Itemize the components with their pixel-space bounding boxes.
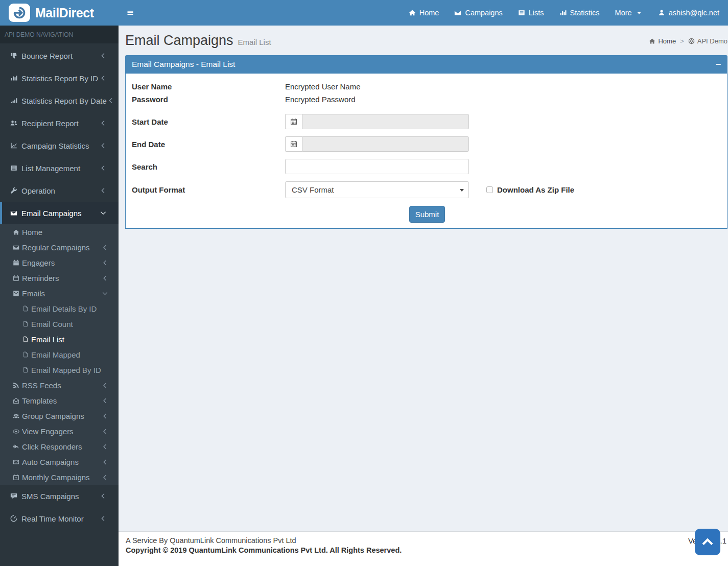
footer-copyright-line: Copyright © 2019 QuantumLink Communicati… — [126, 546, 728, 554]
envelope-open-icon — [12, 397, 20, 404]
sidebar-item-real-time-monitor[interactable]: Real Time Monitor — [0, 507, 119, 530]
chevron-left-icon — [101, 382, 109, 389]
brand[interactable]: MailDirect — [0, 0, 119, 26]
nav-item-campaigns[interactable]: Campaigns — [447, 0, 510, 26]
sidebar-item-label: Emails — [22, 289, 45, 298]
nav-item-label: Lists — [529, 9, 544, 17]
sidebar-item-group-campaigns[interactable]: Group Campaigns — [0, 408, 119, 423]
nav-item-user[interactable]: ashish@qlc.net — [650, 0, 727, 26]
chevron-left-icon — [101, 428, 109, 435]
sidebar-item-emails[interactable]: Emails — [0, 286, 119, 301]
chevron-up-icon — [701, 535, 714, 549]
chevron-left-icon — [101, 244, 109, 251]
reply-all-icon — [12, 443, 20, 450]
sidebar-item-label: Reminders — [22, 274, 59, 282]
sidebar-item-sms-campaigns[interactable]: SMS Campaigns — [0, 485, 119, 507]
nav-item-home[interactable]: Home — [401, 0, 447, 26]
sidebar-item-email-campaigns[interactable]: Email Campaigns — [0, 202, 119, 224]
sidebar-item-label: Monthly Campaigns — [22, 473, 90, 482]
password-row: Password Encrypted Password — [132, 93, 721, 106]
sidebar-item-email-list[interactable]: Email List — [0, 332, 119, 347]
breadcrumb-item-home[interactable]: Home — [649, 37, 676, 45]
nav-item-label: ashish@qlc.net — [669, 9, 719, 17]
sidebar-item-campaign-statistics[interactable]: Campaign Statistics — [0, 134, 119, 157]
search-input[interactable] — [285, 159, 469, 174]
maildirect-logo-icon — [8, 3, 31, 22]
sidebar-item-email-details-by-id[interactable]: Email Details By ID — [0, 301, 119, 316]
sidebar-item-label: List Management — [21, 164, 80, 173]
calendar-icon[interactable] — [285, 136, 302, 152]
sms-icon — [10, 492, 18, 500]
sidebar-item-label: Click Responders — [22, 442, 82, 451]
footer-service-line: A Service By QuantumLink Communications … — [126, 536, 728, 545]
download-zip-label: Download As Zip File — [497, 185, 574, 194]
chevron-left-icon — [99, 515, 107, 522]
home-icon — [12, 229, 20, 235]
sidebar-item-statistics-report-by-id[interactable]: Statistics Report By ID — [0, 67, 119, 89]
nav-item-statistics[interactable]: Statistics — [552, 0, 607, 26]
sidebar-item-operation[interactable]: Operation — [0, 179, 119, 202]
bar-chart-icon — [559, 9, 567, 16]
sidebar-item-monthly-campaigns[interactable]: Monthly Campaigns — [0, 469, 119, 485]
sidebar-item-reminders[interactable]: Reminders — [0, 270, 119, 286]
sidebar-item-email-mapped[interactable]: Email Mapped — [0, 347, 119, 362]
breadcrumb-item-api-demo[interactable]: API Demo — [688, 37, 727, 45]
breadcrumb-divider: > — [680, 37, 684, 45]
nav-item-lists[interactable]: Lists — [510, 0, 552, 26]
home-icon — [409, 9, 416, 16]
sidebar-toggle-button[interactable] — [119, 0, 142, 26]
sidebar-item-bounce-report[interactable]: Bounce Report — [0, 44, 119, 67]
panel-body: User Name Encrypted User Name Password E… — [125, 74, 727, 229]
download-zip-option[interactable]: Download As Zip File — [486, 185, 574, 194]
list-alt-icon — [518, 9, 525, 16]
submit-button[interactable]: Submit — [409, 206, 445, 223]
user-name-label: User Name — [132, 82, 285, 91]
start-date-label: Start Date — [132, 117, 285, 126]
sidebar-item-view-engagers[interactable]: View Engagers — [0, 423, 119, 439]
user-name-value: Encrypted User Name — [285, 82, 361, 91]
top-navbar: MailDirect HomeCampaignsListsStatisticsM… — [0, 0, 728, 26]
output-format-select[interactable]: CSV Format — [285, 181, 469, 198]
output-format-selected-value: CSV Format — [292, 185, 334, 194]
footer: A Service By QuantumLink Communications … — [119, 531, 728, 566]
breadcrumb: Home>API Demo — [649, 37, 727, 45]
chevron-down-icon — [99, 209, 107, 217]
chevron-left-icon — [107, 97, 115, 104]
chevron-left-icon — [101, 260, 109, 266]
sidebar-item-auto-campaigns[interactable]: Auto Campaigns — [0, 454, 119, 469]
end-date-input[interactable] — [302, 136, 469, 152]
envelope-icon — [10, 209, 18, 217]
page-subtitle: Email List — [238, 38, 271, 46]
sidebar-item-templates[interactable]: Templates — [0, 393, 119, 408]
nav-item-more[interactable]: More — [607, 0, 650, 26]
bar-chart-icon — [10, 75, 18, 82]
sidebar-item-recipient-report[interactable]: Recipient Report — [0, 112, 119, 134]
file-icon — [22, 367, 29, 373]
navbar-menu: HomeCampaignsListsStatisticsMoreashish@q… — [401, 0, 728, 26]
sidebar-item-label: Email List — [31, 335, 64, 344]
search-row: Search — [132, 159, 721, 174]
sidebar-item-list-management[interactable]: List Management — [0, 157, 119, 179]
sidebar-item-email-mapped-by-id[interactable]: Email Mapped By ID — [0, 362, 119, 378]
calendar-icon[interactable] — [285, 114, 302, 129]
wrench-icon — [10, 187, 18, 194]
download-zip-checkbox[interactable] — [486, 186, 493, 193]
sidebar-item-click-responders[interactable]: Click Responders — [0, 439, 119, 454]
password-label: Password — [132, 95, 285, 104]
sidebar-item-engagers[interactable]: Engagers — [0, 255, 119, 270]
submit-row: Submit — [132, 206, 721, 223]
scroll-to-top-button[interactable] — [695, 529, 720, 555]
thumbs-down-icon — [10, 52, 18, 59]
start-date-input[interactable] — [302, 114, 469, 129]
sidebar-item-home[interactable]: Home — [0, 224, 119, 240]
end-date-label: End Date — [132, 140, 285, 149]
chevron-left-icon — [101, 413, 109, 419]
sidebar-item-statistics-report-by-date[interactable]: Statistics Report By Date — [0, 89, 119, 112]
sidebar-item-email-count[interactable]: Email Count — [0, 316, 119, 332]
sidebar-item-rss-feeds[interactable]: RSS Feeds — [0, 378, 119, 393]
user-name-row: User Name Encrypted User Name — [132, 80, 721, 93]
sidebar-menu: Bounce ReportStatistics Report By IDStat… — [0, 43, 119, 530]
sidebar-item-regular-campaigns[interactable]: Regular Campaigns — [0, 240, 119, 255]
collapse-panel-button[interactable] — [715, 61, 722, 68]
sidebar-item-label: Group Campaigns — [22, 412, 84, 420]
